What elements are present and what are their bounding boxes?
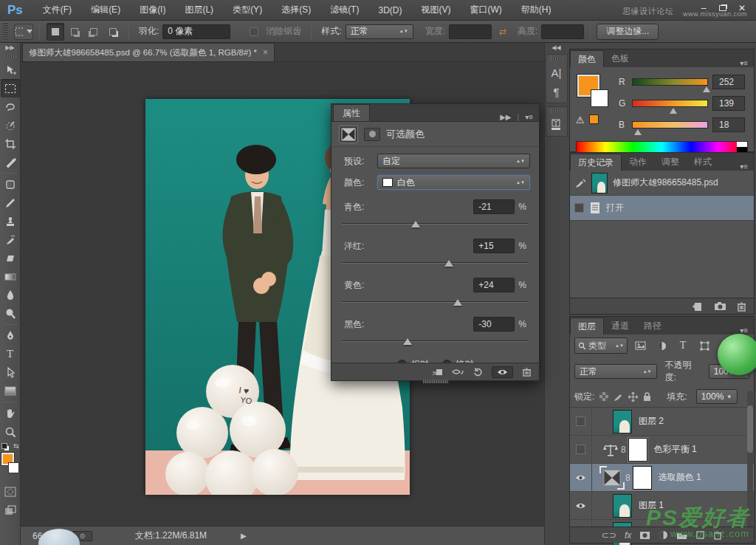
style-dropdown[interactable]: 正常▲▼ [346, 24, 413, 39]
channel-b-slider[interactable] [632, 121, 708, 128]
cyan-slider-thumb[interactable] [411, 221, 420, 227]
mask-link-icon[interactable]: 8 [625, 473, 630, 483]
tab-color[interactable]: 颜色 [570, 50, 604, 67]
layer-mask-thumbnail[interactable] [633, 466, 652, 490]
visibility-toggle[interactable] [570, 408, 592, 435]
color-spectrum-ramp[interactable] [576, 141, 748, 153]
layer-row-selective-color[interactable]: 8 选取颜色 1 [570, 464, 754, 492]
hand-tool[interactable] [1, 404, 20, 422]
view-previous-state-icon[interactable] [452, 368, 464, 376]
swap-colors-icon[interactable]: ⇆ [13, 442, 19, 450]
new-snapshot-camera-icon[interactable] [714, 301, 726, 311]
swap-dimensions-icon[interactable]: ⇄ [499, 27, 506, 37]
lock-all-icon[interactable] [643, 392, 651, 402]
tab-properties[interactable]: 属性 [333, 104, 370, 121]
visibility-toggle[interactable] [570, 436, 592, 463]
layer-style-fx-icon[interactable]: fx [625, 530, 631, 541]
channel-r-slider[interactable] [632, 78, 708, 86]
layer-filter-dropdown[interactable]: 类型 ▲▼ [574, 337, 628, 354]
delete-trash-icon[interactable] [737, 301, 746, 312]
history-brush-tool[interactable] [1, 230, 20, 249]
lock-position-icon[interactable] [628, 392, 638, 402]
tab-channels[interactable]: 通道 [604, 318, 636, 335]
menu-layer[interactable]: 图层(L) [175, 0, 223, 21]
screen-mode-button[interactable] [1, 501, 20, 519]
quick-selection-tool[interactable] [1, 116, 20, 134]
new-layer-icon[interactable] [695, 530, 705, 540]
channel-g-thumb[interactable] [670, 108, 677, 114]
height-input[interactable] [541, 24, 584, 39]
fill-dropdown[interactable]: 100%▼ [696, 389, 738, 404]
menu-select[interactable]: 选择(S) [272, 0, 320, 21]
brush-tool[interactable] [1, 193, 20, 212]
preset-dropdown[interactable]: 自定▲▼ [377, 154, 530, 168]
black-slider-thumb[interactable] [403, 338, 412, 345]
healing-brush-tool[interactable] [1, 175, 20, 193]
layer-mask-thumbnail[interactable] [628, 438, 647, 462]
target-color-dropdown[interactable]: 白色 ▲▼ [377, 175, 530, 190]
mask-link-icon[interactable]: 8 [621, 445, 626, 455]
history-step-open[interactable]: 打开 [570, 196, 754, 221]
intersect-selection-button[interactable] [104, 23, 122, 41]
active-tool-preset[interactable] [14, 24, 33, 40]
dodge-tool[interactable] [1, 304, 20, 323]
filter-shape-layers-button[interactable] [695, 337, 713, 354]
3d-panel-icon[interactable] [547, 115, 566, 134]
menu-type[interactable]: 类型(Y) [223, 0, 272, 21]
gradient-tool[interactable] [1, 267, 20, 286]
collapse-tools-icon[interactable]: ▶▶ [5, 44, 14, 51]
menu-file[interactable]: 文件(F) [33, 0, 81, 21]
menu-3d[interactable]: 3D(D) [368, 0, 411, 21]
background-color-swatch[interactable] [8, 462, 19, 473]
spectrum-bw-corner[interactable] [737, 142, 747, 152]
menu-view[interactable]: 视图(V) [411, 0, 460, 21]
tab-adjustments[interactable]: 调整 [654, 154, 687, 171]
menu-edit[interactable]: 编辑(E) [81, 0, 130, 21]
visibility-eye-icon[interactable] [492, 366, 513, 378]
blend-mode-dropdown[interactable]: 正常▲▼ [574, 364, 657, 379]
layers-scrollbar[interactable] [747, 391, 753, 531]
crop-tool[interactable] [1, 134, 20, 153]
subtract-selection-button[interactable] [85, 23, 103, 41]
zoom-tool[interactable] [1, 422, 20, 441]
new-document-from-state-icon[interactable] [692, 301, 704, 312]
tab-layers[interactable]: 图层 [570, 318, 604, 335]
eraser-tool[interactable] [1, 249, 20, 267]
add-layer-mask-icon[interactable] [639, 531, 650, 540]
type-tool[interactable]: T [1, 345, 20, 363]
new-adjustment-layer-icon[interactable] [659, 530, 668, 540]
filter-type-layers-button[interactable]: T [674, 337, 692, 354]
menu-window[interactable]: 窗口(W) [460, 0, 511, 21]
tab-swatches[interactable]: 色板 [604, 50, 636, 67]
color-panel-background-swatch[interactable] [591, 89, 608, 107]
visibility-toggle[interactable] [570, 464, 592, 491]
magenta-value[interactable]: +15 [473, 239, 515, 253]
collapse-panel-icon[interactable]: ▶▶ [500, 113, 511, 121]
cyan-value[interactable]: -21 [473, 199, 515, 214]
tab-history[interactable]: 历史记录 [570, 154, 622, 171]
status-arrow-icon[interactable]: ▶ [241, 532, 247, 540]
menu-help[interactable]: 帮助(H) [512, 0, 561, 21]
visibility-toggle[interactable] [570, 492, 592, 519]
clone-stamp-tool[interactable] [1, 212, 20, 230]
quick-mask-button[interactable] [1, 482, 20, 501]
gamut-warning-icon[interactable]: ⚠ [576, 114, 585, 126]
history-snapshot-row[interactable]: 修图师大雄986658485.psd [570, 171, 754, 196]
restore-button[interactable] [713, 1, 732, 15]
layer-row-color-balance[interactable]: 8 色彩平衡 1 [570, 436, 754, 464]
channel-r-value[interactable]: 252 [712, 75, 745, 89]
tab-close-icon[interactable]: × [263, 47, 268, 58]
blur-tool[interactable] [1, 286, 20, 304]
chat-bubble-overlay[interactable] [718, 334, 756, 375]
filter-pixel-layers-button[interactable] [631, 337, 649, 354]
layer-row-1[interactable]: 图层 1 [570, 492, 754, 520]
options-grip[interactable] [3, 22, 8, 41]
history-set-source-box[interactable] [574, 203, 584, 213]
move-tool[interactable] [1, 61, 20, 79]
width-input[interactable] [449, 24, 492, 39]
magenta-slider[interactable] [342, 258, 529, 268]
paragraph-panel-icon[interactable]: ¶ [547, 82, 566, 101]
expand-panels-icon[interactable]: ◀◀ [551, 44, 560, 51]
gamut-color-swatch[interactable] [589, 114, 599, 124]
channel-b-value[interactable]: 18 [712, 117, 745, 132]
